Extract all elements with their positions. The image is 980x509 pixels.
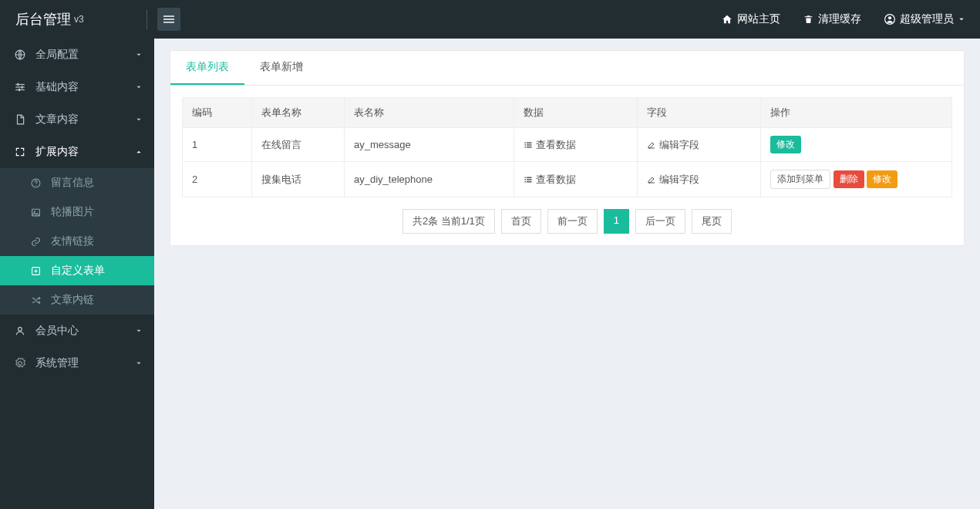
sidebar-item-article[interactable]: 文章内容	[0, 103, 154, 136]
svg-rect-23	[527, 147, 532, 148]
sidebar-item-message[interactable]: 留言信息	[0, 168, 154, 197]
th-table: 表名称	[345, 98, 514, 128]
delete-button[interactable]: 删除	[834, 170, 864, 188]
svg-rect-24	[525, 177, 527, 178]
sidebar-item-tags[interactable]: 文章内链	[0, 285, 154, 315]
svg-rect-9	[18, 83, 19, 86]
svg-point-17	[19, 327, 22, 331]
edit-icon	[647, 175, 656, 184]
cell-table: ay_message	[345, 128, 514, 162]
toggle-container	[154, 0, 193, 39]
sidebar-item-slide[interactable]: 轮播图片	[0, 197, 154, 227]
globe-icon	[15, 49, 25, 60]
form-table: 编码 表单名称 表名称 数据 字段 操作 1在线留言ay_message 查看数…	[182, 97, 952, 197]
pagination-first[interactable]: 首页	[501, 209, 541, 234]
sidebar-label: 基础内容	[35, 80, 79, 94]
svg-rect-7	[15, 86, 25, 87]
sidebar-label: 文章内容	[35, 113, 79, 126]
svg-rect-26	[525, 179, 527, 180]
list-icon	[524, 140, 533, 150]
sidebar-label: 系统管理	[35, 356, 79, 370]
th-action: 操作	[761, 98, 952, 128]
pagination-last[interactable]: 尾页	[692, 209, 732, 234]
modify-button[interactable]: 修改	[770, 136, 801, 153]
svg-rect-11	[19, 89, 20, 92]
nav-home-link[interactable]: 网站主页	[722, 12, 780, 26]
sidebar-item-system[interactable]: 系统管理	[0, 347, 154, 379]
expand-icon	[15, 147, 25, 157]
pagination-current[interactable]: 1	[604, 209, 629, 234]
caret-down-icon	[136, 328, 142, 334]
image-icon	[31, 207, 41, 217]
tab-form-add[interactable]: 表单新增	[244, 51, 318, 85]
svg-rect-0	[163, 15, 174, 16]
cell-name: 在线留言	[252, 128, 345, 162]
table-row: 1在线留言ay_message 查看数据 编辑字段修改	[183, 128, 952, 162]
svg-rect-1	[163, 19, 174, 19]
edit-field-link[interactable]: 编辑字段	[647, 173, 699, 187]
cell-actions: 添加到菜单 删除 修改	[761, 162, 952, 197]
app-version: v3	[74, 14, 84, 25]
pagination: 共2条 当前1/1页 首页 前一页 1 后一页 尾页	[182, 209, 952, 234]
pagination-info: 共2条 当前1/1页	[402, 209, 495, 234]
sidebar-item-basic[interactable]: 基础内容	[0, 71, 154, 103]
svg-point-15	[33, 211, 35, 212]
add-to-menu-button[interactable]: 添加到菜单	[770, 170, 830, 189]
table-row: 2搜集电话ay_diy_telephone 查看数据 编辑字段添加到菜单 删除 …	[183, 162, 952, 197]
svg-rect-10	[22, 86, 23, 89]
table-header-row: 编码 表单名称 表名称 数据 字段 操作	[183, 98, 952, 128]
svg-rect-6	[15, 84, 25, 85]
svg-rect-27	[527, 179, 532, 180]
modify-button[interactable]: 修改	[867, 170, 897, 188]
app-name: 后台管理	[15, 10, 71, 29]
svg-point-13	[35, 184, 35, 185]
svg-rect-25	[527, 177, 532, 178]
cell-actions: 修改	[761, 128, 952, 162]
logo[interactable]: 后台管理 v3	[0, 0, 154, 39]
tab-form-list[interactable]: 表单列表	[170, 51, 244, 85]
cell-table: ay_diy_telephone	[345, 162, 514, 197]
sidebar-label: 扩展内容	[35, 145, 79, 159]
nav-user-dropdown[interactable]: 超级管理员	[884, 12, 965, 26]
caret-down-icon	[136, 84, 142, 90]
sidebar-item-extend[interactable]: 扩展内容	[0, 136, 154, 168]
sidebar-item-global[interactable]: 全局配置	[0, 39, 154, 71]
view-data-link[interactable]: 查看数据	[524, 173, 576, 187]
sidebar-label: 自定义表单	[51, 264, 105, 278]
th-code: 编码	[183, 98, 252, 128]
svg-rect-19	[527, 142, 532, 143]
svg-rect-28	[525, 181, 527, 183]
sidebar-item-link[interactable]: 友情链接	[0, 227, 154, 256]
shuffle-icon	[31, 295, 41, 305]
trash-icon	[803, 14, 813, 25]
user-icon	[15, 325, 25, 336]
cell-code: 2	[183, 162, 252, 197]
content-area: 表单列表 表单新增 编码 表单名称 表名称 数据 字段 操作	[154, 39, 980, 509]
sidebar-label: 会员中心	[35, 324, 79, 338]
edit-icon	[647, 140, 656, 150]
th-data: 数据	[514, 98, 638, 128]
caret-down-icon	[958, 16, 965, 22]
sidebar-item-member[interactable]: 会员中心	[0, 315, 154, 347]
svg-rect-29	[527, 181, 532, 183]
pagination-next[interactable]: 后一页	[635, 209, 685, 234]
svg-rect-20	[525, 144, 527, 146]
panel: 表单列表 表单新增 编码 表单名称 表名称 数据 字段 操作	[170, 50, 965, 246]
sidebar: 全局配置 基础内容 文章内容 扩展内容	[0, 39, 154, 509]
list-icon	[524, 175, 533, 184]
pagination-prev[interactable]: 前一页	[547, 209, 598, 234]
sidebar-item-form[interactable]: 自定义表单	[0, 256, 154, 285]
menu-toggle-button[interactable]	[157, 8, 180, 31]
sidebar-label: 轮播图片	[51, 205, 94, 219]
question-icon	[31, 178, 41, 188]
nav-clear-cache-link[interactable]: 清理缓存	[803, 12, 861, 26]
svg-point-4	[888, 16, 891, 19]
edit-field-link[interactable]: 编辑字段	[647, 138, 699, 152]
gear-icon	[15, 358, 25, 369]
caret-down-icon	[136, 360, 142, 366]
caret-down-icon	[136, 52, 142, 58]
view-data-link[interactable]: 查看数据	[524, 138, 576, 152]
sidebar-label: 文章内链	[51, 293, 94, 307]
svg-rect-21	[527, 144, 532, 146]
nav-home-label: 网站主页	[737, 12, 780, 26]
